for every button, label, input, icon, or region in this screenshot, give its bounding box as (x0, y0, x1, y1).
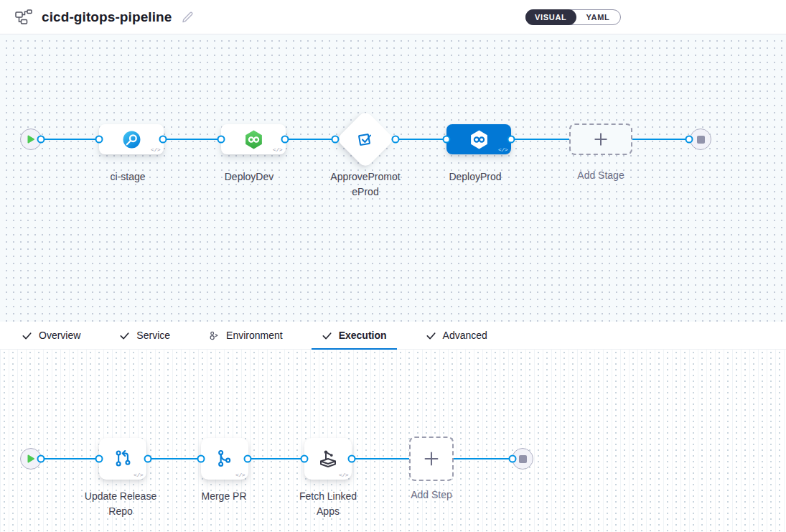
stop-icon (519, 455, 527, 463)
check-icon (322, 330, 332, 341)
pipeline-icon (14, 9, 33, 25)
plus-icon (593, 131, 609, 147)
view-toggle: VISUAL YAML (525, 9, 621, 25)
stage-config-tabs: Overview Service Environment Execution (0, 322, 786, 350)
step-label: Merge PR (181, 489, 267, 504)
tab-execution[interactable]: Execution (312, 322, 397, 349)
ci-build-icon (122, 130, 141, 149)
tab-advanced[interactable]: Advanced (416, 322, 497, 349)
play-icon (27, 454, 35, 464)
stage-label: DeployDev (206, 169, 292, 185)
check-icon (426, 330, 436, 341)
play-icon (27, 134, 35, 144)
code-icon: </> (134, 472, 143, 478)
tab-overview[interactable]: Overview (11, 322, 90, 349)
link-anchor[interactable] (332, 136, 340, 144)
fetch-linked-apps-icon (317, 447, 340, 470)
link-anchor[interactable] (509, 455, 517, 463)
add-stage-label: Add Stage (558, 168, 644, 183)
header: cicd-gitops-pipeline VISUAL YAML (0, 0, 786, 34)
stage-card-ci-stage[interactable]: </> (99, 124, 164, 154)
execution-canvas[interactable]: </> Update Release Repo </> Merge PR (0, 350, 786, 532)
link-anchor[interactable] (197, 455, 205, 463)
tab-label: Overview (39, 330, 80, 341)
tab-service[interactable]: Service (109, 322, 180, 349)
link-anchor[interactable] (281, 136, 289, 144)
git-update-repo-icon (111, 447, 134, 470)
step-label: Update Release Repo (81, 489, 160, 519)
yaml-toggle-button[interactable]: YAML (576, 10, 620, 24)
edit-icon[interactable] (180, 10, 195, 24)
pipeline-title: cicd-gitops-pipeline (42, 9, 172, 25)
link-anchor[interactable] (443, 136, 451, 144)
stage-card-deploydev[interactable]: </> (221, 124, 286, 154)
link-anchor[interactable] (507, 136, 515, 144)
link-anchor[interactable] (37, 136, 45, 144)
tab-label: Advanced (443, 330, 487, 341)
code-icon: </> (235, 472, 245, 478)
pipeline-studio: cicd-gitops-pipeline VISUAL YAML (0, 0, 786, 532)
add-step-label: Add Step (388, 487, 474, 503)
tab-label: Execution (339, 330, 387, 341)
visual-toggle-button[interactable]: VISUAL (525, 9, 576, 25)
link-anchor[interactable] (95, 455, 103, 463)
step-label: Fetch Linked Apps (289, 489, 368, 519)
cd-deploy-icon (469, 129, 490, 150)
code-icon: </> (273, 146, 282, 153)
git-merge-icon (213, 447, 236, 470)
check-icon (22, 330, 32, 341)
stage-card-deployprod[interactable]: </> (446, 124, 511, 154)
link-anchor[interactable] (217, 136, 225, 144)
link-anchor[interactable] (244, 455, 252, 463)
add-stage-button[interactable] (569, 123, 632, 155)
link-anchor[interactable] (95, 136, 103, 144)
pipeline-end-node (690, 129, 711, 150)
step-card-update-release-repo[interactable]: </> (99, 438, 146, 480)
tab-label: Environment (226, 330, 283, 341)
code-icon: </> (151, 146, 160, 153)
stage-label: ci-stage (85, 169, 171, 185)
code-icon: </> (339, 472, 348, 478)
tab-environment[interactable]: Environment (199, 322, 293, 349)
link-anchor[interactable] (301, 455, 309, 463)
link-anchor[interactable] (348, 455, 356, 463)
plus-icon (423, 450, 440, 467)
link-anchor[interactable] (392, 136, 400, 144)
code-icon: </> (498, 146, 507, 153)
add-step-button[interactable] (409, 437, 454, 481)
stage-label: ApprovePromoteProd (328, 169, 403, 200)
check-icon (119, 330, 130, 341)
stage-canvas[interactable]: </> ci-stage </> DeployDev ApproveProm (0, 34, 786, 322)
link-anchor[interactable] (159, 136, 167, 144)
tab-label: Service (136, 330, 170, 341)
stop-icon (697, 136, 705, 144)
environment-progress-icon (209, 330, 220, 341)
link-anchor[interactable] (686, 136, 693, 144)
step-card-merge-pr[interactable]: </> (201, 438, 248, 480)
link-anchor[interactable] (144, 455, 152, 463)
link-anchor[interactable] (37, 455, 45, 463)
step-card-fetch-linked-apps[interactable]: </> (304, 438, 352, 480)
cd-deploy-icon (243, 129, 264, 150)
approval-icon (355, 129, 376, 150)
stage-label: DeployProd (432, 169, 518, 185)
